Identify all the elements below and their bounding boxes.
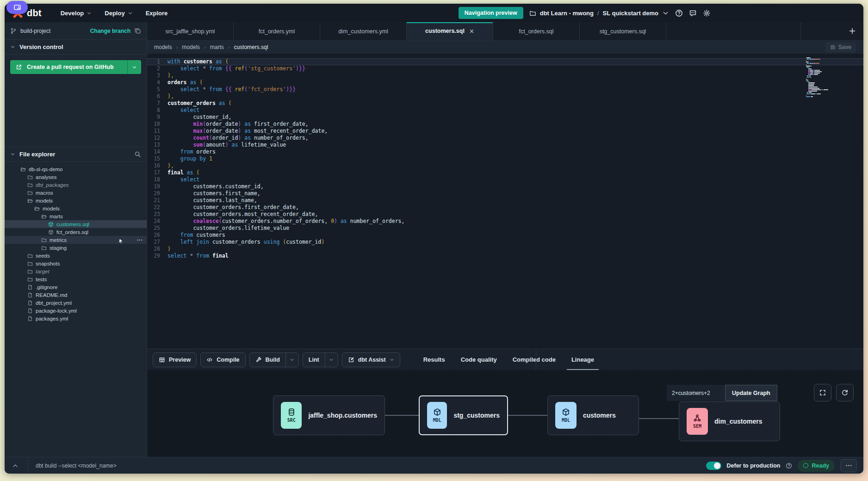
menu-deploy[interactable]: Deploy: [99, 7, 137, 19]
tree-item-.gitignore[interactable]: .gitignore: [5, 283, 147, 291]
code-line[interactable]: 1with customers as (: [147, 58, 863, 65]
code-line[interactable]: 14 from orders: [147, 148, 863, 155]
action-button-main[interactable]: Compile: [201, 353, 245, 367]
feedback-icon[interactable]: [689, 9, 697, 17]
tree-item-analyses[interactable]: analyses: [5, 173, 147, 181]
tab-compiled-code[interactable]: Compiled code: [512, 349, 557, 370]
tab-dim_customers.yml[interactable]: dim_customers.yml: [320, 22, 407, 40]
tree-item-metrics[interactable]: metrics: [5, 236, 147, 244]
tab-src_jaffle_shop.yml[interactable]: src_jaffle_shop.yml: [147, 22, 234, 40]
breadcrumb-item[interactable]: models: [182, 44, 200, 50]
tree-item-models[interactable]: models: [5, 204, 147, 212]
tab-results[interactable]: Results: [422, 349, 446, 370]
lineage-node-customers[interactable]: MDLcustomers: [547, 395, 639, 435]
tree-item-snapshots[interactable]: snapshots: [5, 259, 147, 267]
tree-item-README.md[interactable]: README.md: [5, 291, 147, 299]
create-pr-dropdown[interactable]: [127, 60, 141, 74]
search-icon[interactable]: [134, 151, 141, 158]
tree-item-dbt_project.yml[interactable]: dbt_project.yml: [5, 299, 147, 307]
action-button-lint[interactable]: Lint: [303, 352, 338, 367]
code-line[interactable]: 28): [147, 246, 863, 253]
tab-fct_orders.sql[interactable]: fct_orders.sql: [493, 22, 580, 40]
tree-item-dbt_packages[interactable]: dbt_packages: [5, 181, 147, 189]
more-options-button[interactable]: [840, 459, 857, 472]
action-button-dbt-assist[interactable]: dbt Assist: [342, 352, 400, 367]
code-line[interactable]: 21 customers.last_name,: [147, 197, 863, 204]
change-branch-link[interactable]: Change branch: [90, 28, 130, 34]
code-line[interactable]: 19 customers.customer_id,: [147, 183, 863, 190]
tree-item-customers.sql[interactable]: customers.sql: [5, 220, 147, 228]
create-pr-main[interactable]: Create a pull request on GitHub: [10, 60, 127, 74]
code-line[interactable]: 8 select: [147, 107, 863, 114]
navigation-preview-button[interactable]: Navigation preview: [459, 7, 523, 19]
settings-gear-icon[interactable]: [703, 9, 711, 17]
code-line[interactable]: 4orders as (: [147, 79, 863, 86]
action-button-main[interactable]: Preview: [153, 353, 196, 367]
action-button-compile[interactable]: Compile: [200, 352, 245, 367]
code-line[interactable]: 23 customer_orders.most_recent_order_dat…: [147, 211, 863, 218]
lineage-node-dim_customers[interactable]: SEMdim_customers: [679, 401, 780, 441]
action-button-dropdown[interactable]: [325, 353, 338, 367]
code-line[interactable]: 26 from customers: [147, 232, 863, 239]
copy-icon[interactable]: [134, 27, 141, 34]
menu-explore[interactable]: Explore: [141, 7, 173, 19]
tree-item-marts[interactable]: marts: [5, 212, 147, 220]
question-circle-icon[interactable]: [786, 462, 792, 469]
code-line[interactable]: 25 customer_orders.lifetime_value: [147, 225, 863, 232]
tab-stg_customers.sql[interactable]: stg_customers.sql: [580, 22, 666, 40]
code-line[interactable]: 6),: [147, 93, 863, 100]
action-button-main[interactable]: Lint: [303, 353, 325, 367]
tree-item-target[interactable]: target: [5, 267, 147, 275]
action-button-build[interactable]: Build: [249, 352, 299, 367]
account-switcher[interactable]: dbt Learn - mwong / SL quickstart demo: [529, 10, 669, 17]
tree-item-models[interactable]: models: [5, 197, 147, 204]
tab-fct_orders.yml[interactable]: fct_orders.yml: [234, 22, 320, 40]
tab-code-quality[interactable]: Code quality: [460, 349, 498, 370]
breadcrumb-item[interactable]: customers.sql: [234, 44, 268, 50]
code-editor[interactable]: 1with customers as (2 select * from {{ r…: [147, 54, 863, 349]
code-line[interactable]: 11 max(order_date) as most_recent_order_…: [147, 128, 863, 135]
tree-item-staging[interactable]: staging: [5, 244, 147, 252]
lineage-node-jaffle_shop.customers[interactable]: SRCjaffle_shop.customers: [273, 395, 385, 435]
file-explorer-header[interactable]: File explorer: [5, 147, 147, 162]
action-button-main[interactable]: Build: [250, 353, 285, 367]
code-line[interactable]: 2 select * from {{ ref('stg_customers')}…: [147, 65, 863, 72]
code-line[interactable]: 29select * from final: [147, 253, 863, 259]
breadcrumb-item[interactable]: marts: [210, 44, 224, 50]
tab-lineage[interactable]: Lineage: [570, 349, 595, 370]
tree-item-seeds[interactable]: seeds: [5, 252, 147, 259]
code-line[interactable]: 24 coalesce(customer_orders.number_of_or…: [147, 218, 863, 225]
breadcrumb-item[interactable]: models: [154, 44, 172, 50]
code-line[interactable]: 5 select * from {{ ref('fct_orders')}}: [147, 86, 863, 93]
tree-item-fct_orders.sql[interactable]: fct_orders.sql: [5, 228, 147, 236]
new-tab-button[interactable]: [849, 27, 856, 35]
tab-customers.sql[interactable]: customers.sql: [407, 22, 493, 40]
version-control-header[interactable]: Version control: [5, 40, 147, 55]
chevron-up-icon[interactable]: [12, 462, 19, 469]
code-line[interactable]: 13 sum(amount) as lifetime_value: [147, 142, 863, 148]
update-graph-button[interactable]: Update Graph: [725, 385, 777, 401]
code-line[interactable]: 7customer_orders as (: [147, 100, 863, 107]
tree-item-package-lock.yml[interactable]: package-lock.yml: [5, 307, 147, 314]
tree-item-tests[interactable]: tests: [5, 275, 147, 283]
action-button-main[interactable]: dbt Assist: [342, 353, 400, 367]
fullscreen-button[interactable]: [814, 384, 831, 401]
row-options-icon[interactable]: [136, 237, 143, 243]
code-line[interactable]: 15 group by 1: [147, 155, 863, 162]
tree-item-macros[interactable]: macros: [5, 189, 147, 197]
refresh-button[interactable]: [836, 384, 854, 401]
code-line[interactable]: 22 customer_orders.first_order_date,: [147, 204, 863, 211]
code-line[interactable]: 20 customers.first_name,: [147, 190, 863, 197]
code-line[interactable]: 16),: [147, 162, 863, 169]
tree-item-db-sl-qs-demo[interactable]: db-sl-qs-demo: [5, 165, 147, 173]
lineage-search-input[interactable]: 2+customers+2: [667, 385, 725, 401]
command-input[interactable]: dbt build --select <model_name>: [36, 462, 117, 469]
code-line[interactable]: 27 left join customer_orders using (cust…: [147, 239, 863, 246]
help-icon[interactable]: [675, 9, 683, 17]
editor-minimap[interactable]: [806, 57, 833, 98]
menu-develop[interactable]: Develop: [56, 7, 97, 19]
save-button[interactable]: Save: [825, 42, 856, 52]
lineage-node-stg_customers[interactable]: MDLstg_customers: [419, 395, 508, 435]
tree-item-packages.yml[interactable]: packages.yml: [5, 314, 147, 322]
code-line[interactable]: 9 customer_id,: [147, 114, 863, 121]
